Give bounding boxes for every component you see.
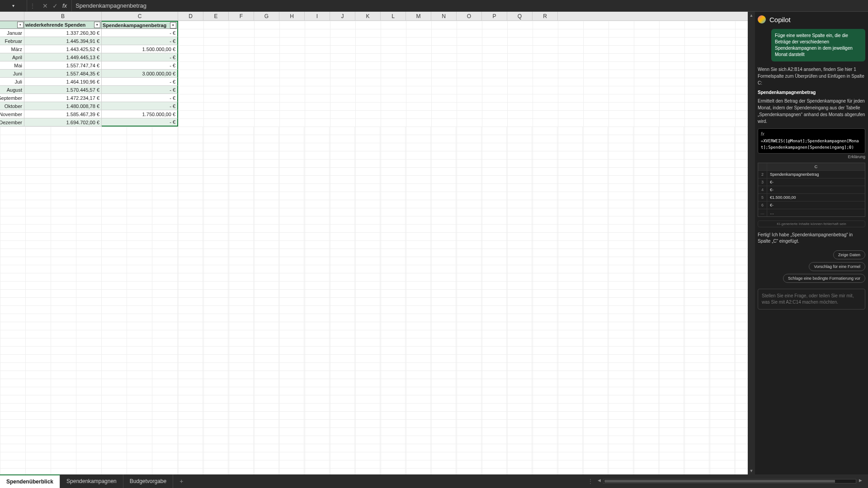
- copilot-column-name: Spendenkampagnenbetrag: [758, 90, 865, 95]
- vertical-scrollbar[interactable]: ▲ ▼: [748, 12, 755, 474]
- select-all-corner[interactable]: [0, 12, 24, 20]
- month-cell[interactable]: März: [0, 45, 24, 53]
- add-sheet-button[interactable]: +: [173, 478, 189, 485]
- campaign-cell[interactable]: - €: [102, 118, 178, 127]
- preview-row: 5€1.500.000,00: [758, 193, 865, 201]
- recurring-cell[interactable]: 1.443.425,52 €: [24, 45, 102, 53]
- table-row[interactable]: Januar1.337.260,30 €- €: [0, 29, 178, 37]
- suggestion-chip[interactable]: Schlage eine bedingte Formatierung vor: [783, 274, 865, 283]
- campaign-cell[interactable]: - €: [102, 86, 178, 94]
- table-row[interactable]: Mai1.557.747,74 €- €: [0, 61, 178, 70]
- recurring-cell[interactable]: 1.557.484,35 €: [24, 70, 102, 78]
- col-header-f[interactable]: F: [229, 12, 254, 20]
- col-header-o[interactable]: O: [457, 12, 482, 20]
- table-row[interactable]: Dezember1.694.702,00 €- €: [0, 118, 178, 127]
- table-row[interactable]: Oktober1.480.008,78 €- €: [0, 102, 178, 110]
- recurring-cell[interactable]: 1.557.747,74 €: [24, 61, 102, 70]
- campaign-cell[interactable]: 1.500.000,00 €: [102, 45, 178, 53]
- cancel-icon[interactable]: ✕: [42, 2, 48, 9]
- month-cell[interactable]: Juni: [0, 70, 24, 78]
- scroll-right-icon[interactable]: ▶: [857, 478, 863, 484]
- col-header-k[interactable]: K: [355, 12, 381, 20]
- campaign-cell[interactable]: 1.750.000,00 €: [102, 110, 178, 118]
- recurring-cell[interactable]: 1.464.190,96 €: [24, 78, 102, 86]
- col-header-d[interactable]: D: [178, 12, 203, 20]
- col-header-e[interactable]: E: [203, 12, 229, 20]
- scroll-up-icon[interactable]: ▲: [748, 12, 755, 19]
- col-header-r[interactable]: R: [533, 12, 558, 20]
- campaign-cell[interactable]: - €: [102, 53, 178, 61]
- month-cell[interactable]: August: [0, 86, 24, 94]
- recurring-cell[interactable]: 1.337.260,30 €: [24, 29, 102, 37]
- formula-preview: fx =XVERWEIS([@Monat];Spendenkampagnen[M…: [758, 128, 865, 154]
- recurring-cell[interactable]: 1.449.445,13 €: [24, 53, 102, 61]
- recurring-cell[interactable]: 1.445.394,91 €: [24, 37, 102, 45]
- formula-code[interactable]: =XVERWEIS([@Monat];Spendenkampagnen[Mona…: [761, 138, 862, 150]
- month-cell[interactable]: April: [0, 53, 24, 61]
- col-header-g[interactable]: G: [254, 12, 279, 20]
- table-row[interactable]: November1.585.467,39 €1.750.000,00 €: [0, 110, 178, 118]
- grid[interactable]: ▾ wiederkehrende Spenden▾ Spendenkampagn…: [0, 21, 748, 474]
- recurring-cell[interactable]: 1.694.702,00 €: [24, 118, 102, 127]
- campaign-cell[interactable]: - €: [102, 78, 178, 86]
- month-cell[interactable]: November: [0, 110, 24, 118]
- campaign-cell[interactable]: - €: [102, 29, 178, 37]
- horizontal-scrollbar[interactable]: ◀ ▶: [596, 478, 868, 484]
- col-header-b[interactable]: B: [24, 12, 102, 20]
- recurring-cell[interactable]: 1.480.008,78 €: [24, 102, 102, 110]
- column-header-wiederkehrende[interactable]: wiederkehrende Spenden▾: [24, 21, 102, 29]
- fx-icon[interactable]: fx: [62, 2, 67, 9]
- col-header-c[interactable]: C: [102, 12, 178, 20]
- col-header-q[interactable]: Q: [507, 12, 533, 20]
- table-row[interactable]: Februar1.445.394,91 €- €: [0, 37, 178, 45]
- column-header-kampagnen[interactable]: Spendenkampagnenbetrag▾: [102, 21, 178, 29]
- month-cell[interactable]: Juli: [0, 78, 24, 86]
- month-cell[interactable]: September: [0, 94, 24, 102]
- filter-button[interactable]: ▾: [17, 22, 24, 28]
- filter-button[interactable]: ▾: [94, 22, 100, 28]
- campaign-cell[interactable]: - €: [102, 37, 178, 45]
- table-row[interactable]: September1.472.234,17 €- €: [0, 94, 178, 102]
- col-header-j[interactable]: J: [330, 12, 355, 20]
- sheet-tab-spendenueberblick[interactable]: Spendenüberblick: [0, 474, 60, 488]
- col-header-h[interactable]: H: [279, 12, 305, 20]
- table-row[interactable]: Juli1.464.190,96 €- €: [0, 78, 178, 86]
- formula-input[interactable]: [72, 0, 868, 11]
- col-label-b: wiederkehrende Spenden: [25, 22, 85, 28]
- sheet-tab-budgetvorgabe[interactable]: Budgetvorgabe: [123, 474, 173, 488]
- recurring-cell[interactable]: 1.570.445,57 €: [24, 86, 102, 94]
- preview-row: 3€‑: [758, 178, 865, 186]
- campaign-cell[interactable]: 3.000.000,00 €: [102, 70, 178, 78]
- filter-button[interactable]: ▾: [170, 22, 176, 28]
- recurring-cell[interactable]: 1.585.467,39 €: [24, 110, 102, 118]
- campaign-cell[interactable]: - €: [102, 94, 178, 102]
- month-cell[interactable]: Oktober: [0, 102, 24, 110]
- scroll-left-icon[interactable]: ◀: [596, 478, 602, 484]
- formula-actions: ✕ ✓ fx: [38, 0, 72, 11]
- confirm-icon[interactable]: ✓: [52, 2, 58, 9]
- explain-link[interactable]: Erklärung: [758, 155, 865, 159]
- month-cell[interactable]: Januar: [0, 29, 24, 37]
- month-cell[interactable]: Mai: [0, 61, 24, 70]
- name-box[interactable]: ▾: [0, 0, 27, 11]
- col-header-l[interactable]: L: [381, 12, 406, 20]
- table-row[interactable]: August1.570.445,57 €- €: [0, 86, 178, 94]
- suggestion-chip[interactable]: Zeige Daten: [833, 250, 865, 259]
- scroll-down-icon[interactable]: ▼: [748, 467, 755, 474]
- formula-bar: ▾ ⋮ ✕ ✓ fx: [0, 0, 868, 12]
- recurring-cell[interactable]: 1.472.234,17 €: [24, 94, 102, 102]
- sheet-tab-spendenkampagnen[interactable]: Spendenkampagnen: [60, 474, 123, 488]
- table-row[interactable]: März1.443.425,52 €1.500.000,00 €: [0, 45, 178, 53]
- col-header-i[interactable]: I: [305, 12, 330, 20]
- campaign-cell[interactable]: - €: [102, 61, 178, 70]
- campaign-cell[interactable]: - €: [102, 102, 178, 110]
- suggestion-chip[interactable]: Vorschlag für eine Formel: [809, 262, 865, 271]
- col-header-n[interactable]: N: [431, 12, 457, 20]
- month-cell[interactable]: Dezember: [0, 118, 24, 127]
- col-header-p[interactable]: P: [482, 12, 507, 20]
- table-row[interactable]: Juni1.557.484,35 €3.000.000,00 €: [0, 70, 178, 78]
- table-row[interactable]: April1.449.445,13 €- €: [0, 53, 178, 61]
- month-cell[interactable]: Februar: [0, 37, 24, 45]
- ask-input[interactable]: Stellen Sie eine Frage, oder teilen Sie …: [758, 289, 865, 310]
- col-header-m[interactable]: M: [406, 12, 431, 20]
